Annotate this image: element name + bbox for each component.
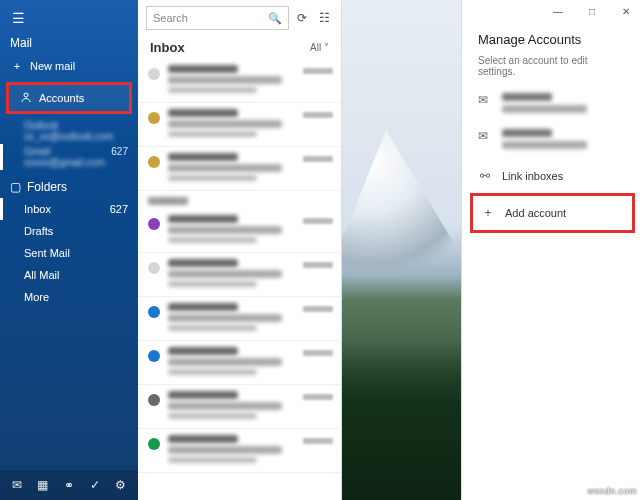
- mail-icon: ✉: [478, 93, 492, 107]
- sidebar-account-2[interactable]: Gmailxxxxx@gmail.com 627: [0, 144, 138, 170]
- avatar-dot: [148, 438, 160, 450]
- message-item[interactable]: [138, 253, 341, 297]
- message-item[interactable]: [138, 429, 341, 473]
- bottom-bar: ✉ ▦ ⚭ ✓ ⚙: [0, 470, 138, 500]
- message-preview: [168, 109, 295, 140]
- avatar-dot: [148, 350, 160, 362]
- minimize-button[interactable]: —: [541, 0, 575, 22]
- message-list[interactable]: [138, 59, 341, 500]
- search-row: Search 🔍 ⟳ ☷: [138, 0, 341, 34]
- account-item-2[interactable]: ✉: [470, 123, 635, 159]
- folders-header[interactable]: ▢ Folders: [0, 170, 138, 198]
- hamburger-button[interactable]: ☰: [0, 0, 138, 36]
- message-item[interactable]: [138, 209, 341, 253]
- folder-count: 627: [110, 203, 128, 215]
- message-date: [303, 394, 333, 400]
- search-placeholder: Search: [153, 12, 188, 24]
- list-title: Inbox: [150, 40, 185, 55]
- message-preview: [168, 153, 295, 184]
- settings-icon[interactable]: ⚙: [115, 478, 126, 492]
- manage-accounts-hint: Select an account to edit settings.: [462, 55, 643, 87]
- filter-dropdown[interactable]: All ˅: [310, 42, 329, 53]
- add-account-button[interactable]: + Add account: [470, 193, 635, 233]
- avatar-dot: [148, 394, 160, 406]
- message-preview: [168, 65, 295, 96]
- avatar-dot: [148, 218, 160, 230]
- manage-accounts-title: Manage Accounts: [462, 28, 643, 55]
- message-date: [303, 218, 333, 224]
- avatar-dot: [148, 112, 160, 124]
- message-date: [303, 306, 333, 312]
- mail-app: ☰ Mail + New mail Accounts Outlookxx_xx@…: [0, 0, 643, 500]
- message-item[interactable]: [138, 341, 341, 385]
- sync-icon[interactable]: ⟳: [293, 11, 311, 25]
- folder-more[interactable]: More: [0, 286, 138, 308]
- message-date: [303, 262, 333, 268]
- message-item[interactable]: [138, 59, 341, 103]
- message-date: [303, 350, 333, 356]
- message-date: [303, 156, 333, 162]
- sidebar: ☰ Mail + New mail Accounts Outlookxx_xx@…: [0, 0, 138, 500]
- message-item[interactable]: [138, 103, 341, 147]
- folders-label: Folders: [27, 180, 67, 194]
- account-item-1[interactable]: ✉: [470, 87, 635, 123]
- account-name: Outlookxx_xx@outlook.com: [24, 120, 114, 142]
- message-preview: [168, 303, 295, 334]
- message-preview: [168, 259, 295, 290]
- filter-icon[interactable]: ☷: [315, 11, 333, 25]
- message-preview: [168, 391, 295, 422]
- search-icon: 🔍: [268, 12, 282, 25]
- todo-icon[interactable]: ✓: [90, 478, 100, 492]
- mail-icon[interactable]: ✉: [12, 478, 22, 492]
- message-preview: [168, 347, 295, 378]
- list-section-divider: [148, 197, 188, 205]
- folder-label: Inbox: [24, 203, 51, 215]
- message-item[interactable]: [138, 385, 341, 429]
- person-icon: [19, 91, 33, 105]
- folder-sent[interactable]: Sent Mail: [0, 242, 138, 264]
- link-icon: ⚯: [478, 169, 492, 183]
- account-badge: 627: [111, 146, 128, 168]
- new-mail-label: New mail: [30, 60, 128, 72]
- accounts-nav[interactable]: Accounts: [6, 82, 132, 114]
- mail-icon: ✉: [478, 129, 492, 143]
- message-preview: [168, 215, 295, 246]
- message-date: [303, 438, 333, 444]
- window-controls: — □ ✕: [463, 0, 643, 22]
- people-icon[interactable]: ⚭: [64, 478, 74, 492]
- manage-accounts-pane: Manage Accounts Select an account to edi…: [461, 0, 643, 500]
- folder-icon: ▢: [10, 180, 21, 194]
- avatar-dot: [148, 262, 160, 274]
- message-date: [303, 112, 333, 118]
- message-item[interactable]: [138, 147, 341, 191]
- watermark: wsxdn.com: [587, 486, 637, 496]
- avatar-dot: [148, 68, 160, 80]
- calendar-icon[interactable]: ▦: [37, 478, 48, 492]
- link-inboxes-label: Link inboxes: [502, 170, 563, 182]
- app-title: Mail: [0, 36, 138, 54]
- folder-inbox[interactable]: Inbox 627: [0, 198, 138, 220]
- plus-icon: +: [10, 60, 24, 72]
- search-input[interactable]: Search 🔍: [146, 6, 289, 30]
- message-list-pane: Search 🔍 ⟳ ☷ Inbox All ˅: [138, 0, 342, 500]
- message-item[interactable]: [138, 297, 341, 341]
- folder-allmail[interactable]: All Mail: [0, 264, 138, 286]
- link-inboxes-button[interactable]: ⚯ Link inboxes: [470, 159, 635, 193]
- svg-point-0: [24, 93, 28, 97]
- accounts-label: Accounts: [39, 92, 119, 104]
- close-button[interactable]: ✕: [609, 0, 643, 22]
- plus-icon: +: [481, 206, 495, 220]
- avatar-dot: [148, 156, 160, 168]
- add-account-label: Add account: [505, 207, 566, 219]
- maximize-button[interactable]: □: [575, 0, 609, 22]
- message-preview: [168, 435, 295, 466]
- sidebar-account-1[interactable]: Outlookxx_xx@outlook.com: [0, 118, 138, 144]
- avatar-dot: [148, 306, 160, 318]
- new-mail-button[interactable]: + New mail: [0, 54, 138, 78]
- account-name: Gmailxxxxx@gmail.com: [24, 146, 105, 168]
- list-header: Inbox All ˅: [138, 34, 341, 59]
- folder-drafts[interactable]: Drafts: [0, 220, 138, 242]
- message-date: [303, 68, 333, 74]
